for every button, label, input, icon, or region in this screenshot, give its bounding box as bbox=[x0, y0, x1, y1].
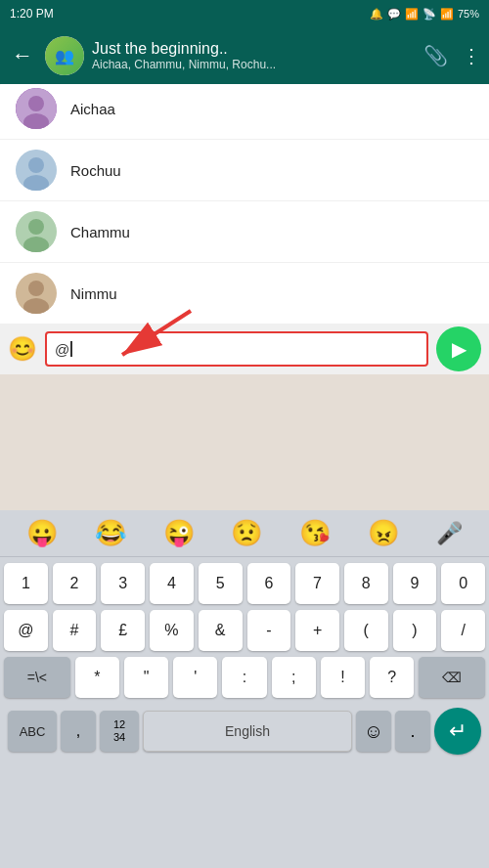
mention-item-nimmu[interactable]: Nimmu bbox=[0, 263, 489, 324]
mention-item-rochuu[interactable]: Rochuu bbox=[0, 140, 489, 201]
symbol-row: @ # £ % & - + ( ) / bbox=[4, 610, 485, 651]
more-symbol-row: =\< * " ' : ; ! ? ⌫ bbox=[4, 657, 485, 698]
key-pound[interactable]: £ bbox=[101, 610, 145, 651]
emoji-keyboard-icon: ☺ bbox=[364, 720, 383, 743]
mention-name: Nimmu bbox=[70, 285, 117, 302]
mention-item-chammu[interactable]: Chammu bbox=[0, 201, 489, 263]
key-2[interactable]: 2 bbox=[53, 563, 97, 604]
number-row: 1 2 3 4 5 6 7 8 9 0 bbox=[4, 563, 485, 604]
more-options-icon[interactable]: ⋮ bbox=[462, 44, 481, 67]
key-percent[interactable]: % bbox=[150, 610, 194, 651]
period-label: . bbox=[410, 721, 415, 742]
whatsapp-status-icon: 💬 bbox=[387, 8, 401, 21]
key-rows: 1 2 3 4 5 6 7 8 9 0 @ # £ % & - + ( ) / … bbox=[0, 557, 489, 698]
key-quote[interactable]: ' bbox=[173, 657, 217, 698]
key-at[interactable]: @ bbox=[4, 610, 48, 651]
mention-item-aichaa[interactable]: Aichaa bbox=[0, 84, 489, 140]
mention-name: Chammu bbox=[70, 224, 130, 240]
enter-key[interactable]: ↵ bbox=[434, 708, 481, 755]
key-exclaim[interactable]: ! bbox=[321, 657, 365, 698]
emoji-button[interactable]: 😊 bbox=[8, 335, 37, 363]
svg-point-1 bbox=[28, 96, 44, 111]
emoji-keyboard-key[interactable]: ☺ bbox=[356, 711, 391, 752]
key-star[interactable]: * bbox=[75, 657, 119, 698]
abc-key[interactable]: ABC bbox=[8, 711, 57, 752]
key-6[interactable]: 6 bbox=[247, 563, 291, 604]
emoji-key-6[interactable]: 😠 bbox=[368, 518, 399, 548]
mention-popup: Aichaa Rochuu Chammu Nimmu bbox=[0, 84, 489, 324]
chat-area: 🦅 6.Milk Cake 10:03 AM 😮 10:03 AM Aichaa bbox=[0, 84, 489, 324]
emoji-key-3[interactable]: 😜 bbox=[163, 518, 195, 548]
svg-point-4 bbox=[28, 157, 44, 173]
svg-line-13 bbox=[122, 311, 191, 355]
bottom-keyboard-row: ABC , 12 34 English ☺ . ↵ bbox=[0, 704, 489, 759]
key-8[interactable]: 8 bbox=[344, 563, 388, 604]
status-icons: 🔔 💬 📶 📡 📶 75% bbox=[370, 8, 479, 21]
time-display: 1:20 PM bbox=[10, 7, 54, 21]
key-slash[interactable]: / bbox=[441, 610, 485, 651]
emoji-key-5[interactable]: 😘 bbox=[299, 518, 331, 548]
mention-name: Rochuu bbox=[70, 162, 121, 179]
key-semicolon[interactable]: ; bbox=[272, 657, 316, 698]
key-rparen[interactable]: ) bbox=[393, 610, 437, 651]
send-button[interactable]: ▶ bbox=[436, 326, 481, 371]
attach-icon[interactable]: 📎 bbox=[423, 44, 448, 67]
key-colon[interactable]: : bbox=[222, 657, 266, 698]
emoji-key-2[interactable]: 😂 bbox=[95, 518, 126, 548]
key-5[interactable]: 5 bbox=[199, 563, 243, 604]
network-icon: 📶 bbox=[440, 8, 454, 21]
key-ampersand[interactable]: & bbox=[199, 610, 243, 651]
space-label: English bbox=[225, 723, 270, 739]
keyboard: 😛 😂 😜 😟 😘 😠 🎤 1 2 3 4 5 6 7 8 9 0 @ # £ … bbox=[0, 510, 489, 868]
mention-avatar bbox=[16, 150, 57, 191]
input-cursor bbox=[70, 341, 72, 357]
back-button[interactable]: ← bbox=[8, 39, 37, 72]
key-lparen[interactable]: ( bbox=[344, 610, 388, 651]
chat-subtitle: Aichaa, Chammu, Nimmu, Rochu... bbox=[92, 58, 416, 71]
input-text: @ bbox=[55, 341, 69, 358]
enter-icon: ↵ bbox=[449, 718, 467, 744]
key-7[interactable]: 7 bbox=[295, 563, 339, 604]
header-action-icons: 📎 ⋮ bbox=[423, 44, 481, 67]
mention-avatar bbox=[16, 273, 57, 314]
mention-avatar bbox=[16, 211, 57, 252]
key-1[interactable]: 1 bbox=[4, 563, 48, 604]
chat-header: ← 👥 Just the beginning.. Aichaa, Chammu,… bbox=[0, 27, 489, 84]
send-icon: ▶ bbox=[452, 337, 467, 361]
emoji-suggestion-row: 😛 😂 😜 😟 😘 😠 🎤 bbox=[0, 510, 489, 557]
emoji-key-4[interactable]: 😟 bbox=[231, 518, 262, 548]
emoji-key-1[interactable]: 😛 bbox=[26, 518, 58, 548]
delete-key[interactable]: ⌫ bbox=[419, 657, 485, 698]
group-avatar[interactable]: 👥 bbox=[45, 36, 84, 75]
abc-label: ABC bbox=[20, 724, 46, 739]
chat-title: Just the beginning.. bbox=[92, 40, 416, 58]
key-dash[interactable]: - bbox=[247, 610, 291, 651]
notification-icon: 🔔 bbox=[370, 8, 383, 21]
numbers-label: 12 34 bbox=[113, 718, 125, 744]
comma-key[interactable]: , bbox=[61, 711, 96, 752]
mention-avatar bbox=[16, 88, 57, 129]
status-bar: 1:20 PM 🔔 💬 📶 📡 📶 75% bbox=[0, 0, 489, 27]
comma-label: , bbox=[76, 722, 80, 740]
period-key[interactable]: . bbox=[395, 711, 430, 752]
arrow-indicator bbox=[103, 306, 200, 369]
key-more-symbols[interactable]: =\< bbox=[4, 657, 70, 698]
key-dquote[interactable]: " bbox=[124, 657, 168, 698]
svg-point-7 bbox=[28, 219, 44, 235]
key-3[interactable]: 3 bbox=[101, 563, 145, 604]
signal-icon: 📶 bbox=[405, 8, 419, 21]
mic-icon[interactable]: 🎤 bbox=[436, 521, 463, 546]
svg-point-10 bbox=[28, 281, 44, 296]
header-info[interactable]: Just the beginning.. Aichaa, Chammu, Nim… bbox=[92, 40, 416, 71]
key-0[interactable]: 0 bbox=[441, 563, 485, 604]
key-4[interactable]: 4 bbox=[150, 563, 194, 604]
key-question[interactable]: ? bbox=[370, 657, 414, 698]
mention-name: Aichaa bbox=[70, 101, 115, 117]
numbers-key[interactable]: 12 34 bbox=[100, 711, 139, 752]
key-hash[interactable]: # bbox=[53, 610, 97, 651]
wifi-icon: 📡 bbox=[422, 8, 436, 21]
input-bar: 😊 @ ▶ bbox=[0, 324, 489, 374]
key-plus[interactable]: + bbox=[295, 610, 339, 651]
space-key[interactable]: English bbox=[143, 711, 352, 752]
key-9[interactable]: 9 bbox=[393, 563, 437, 604]
